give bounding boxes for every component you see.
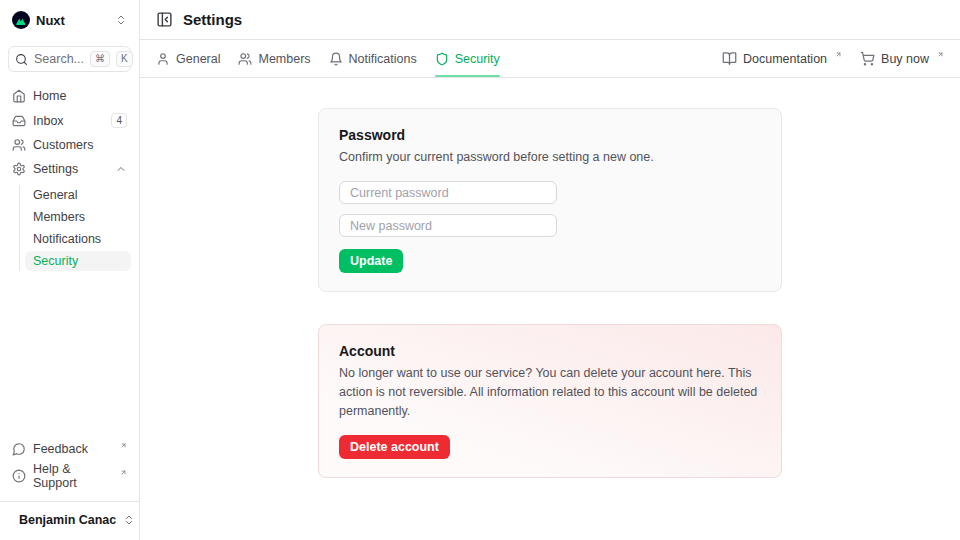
sidebar-item-security[interactable]: Security bbox=[25, 251, 131, 271]
kbd-key: K bbox=[116, 51, 133, 67]
tab-label: Security bbox=[455, 52, 500, 66]
inbox-icon bbox=[12, 114, 26, 128]
delete-account-button[interactable]: Delete account bbox=[339, 435, 450, 459]
main-panel: Settings General Members Notifications bbox=[140, 0, 960, 540]
help-support-link[interactable]: Help & Support bbox=[8, 459, 131, 493]
sidebar-item-general[interactable]: General bbox=[25, 185, 131, 205]
sidebar-spacer bbox=[8, 271, 131, 439]
message-circle-icon bbox=[12, 442, 26, 456]
tab-bar: General Members Notifications Security bbox=[140, 40, 960, 78]
update-password-button[interactable]: Update bbox=[339, 249, 403, 273]
current-password-input[interactable] bbox=[339, 181, 557, 204]
user-name: Benjamin Canac bbox=[19, 513, 116, 527]
chevrons-up-down-icon bbox=[115, 14, 127, 26]
sidebar-item-members[interactable]: Members bbox=[25, 207, 131, 227]
bell-icon bbox=[329, 52, 343, 66]
settings-security-content: Password Confirm your current password b… bbox=[140, 78, 960, 540]
tab-label: Members bbox=[258, 52, 310, 66]
sidebar-item-label: Inbox bbox=[33, 114, 104, 128]
sidebar: Nuxt Search... ⌘ K Home Inbox 4 bbox=[0, 0, 140, 540]
new-password-input[interactable] bbox=[339, 214, 557, 237]
info-circle-icon bbox=[12, 469, 26, 483]
tab-label: Notifications bbox=[349, 52, 417, 66]
home-icon bbox=[12, 89, 26, 103]
page-title: Settings bbox=[183, 11, 242, 28]
sidebar-nav: Home Inbox 4 Customers Settings Genera bbox=[8, 86, 131, 271]
sidebar-item-home[interactable]: Home bbox=[8, 86, 131, 106]
search-button[interactable]: Search... ⌘ K bbox=[8, 46, 131, 72]
password-card-description: Confirm your current password before set… bbox=[339, 148, 761, 167]
account-card-title: Account bbox=[339, 343, 761, 359]
documentation-link[interactable]: Documentation bbox=[722, 51, 842, 66]
password-card-title: Password bbox=[339, 127, 761, 143]
sidebar-item-notifications[interactable]: Notifications bbox=[25, 229, 131, 249]
gear-icon bbox=[12, 162, 26, 176]
chevrons-up-down-icon bbox=[123, 514, 135, 526]
help-support-label: Help & Support bbox=[33, 462, 111, 490]
sidebar-item-label: Settings bbox=[33, 162, 108, 176]
shield-icon bbox=[435, 52, 449, 66]
feedback-link[interactable]: Feedback bbox=[8, 439, 131, 459]
settings-subnav: General Members Notifications Security bbox=[19, 185, 131, 271]
team-name: Nuxt bbox=[36, 13, 109, 28]
user-icon bbox=[156, 52, 170, 66]
tab-security[interactable]: Security bbox=[435, 40, 500, 77]
inbox-count-badge: 4 bbox=[111, 113, 127, 128]
sidebar-item-inbox[interactable]: Inbox 4 bbox=[8, 110, 131, 131]
user-menu[interactable]: Benjamin Canac bbox=[8, 502, 131, 532]
feedback-label: Feedback bbox=[33, 442, 111, 456]
shopping-cart-icon bbox=[860, 51, 875, 66]
kbd-meta: ⌘ bbox=[90, 51, 110, 67]
users-icon bbox=[12, 138, 26, 152]
buy-now-label: Buy now bbox=[881, 52, 929, 66]
search-icon bbox=[15, 53, 28, 66]
external-link-icon bbox=[937, 51, 944, 58]
nuxt-logo-icon bbox=[12, 11, 30, 29]
password-card: Password Confirm your current password b… bbox=[318, 108, 782, 292]
collapse-sidebar-icon[interactable] bbox=[156, 11, 173, 28]
search-placeholder: Search... bbox=[34, 52, 84, 66]
external-link-icon bbox=[835, 51, 842, 58]
sidebar-item-label: Customers bbox=[33, 138, 127, 152]
tab-members[interactable]: Members bbox=[238, 40, 310, 77]
tab-general[interactable]: General bbox=[156, 40, 220, 77]
toolbar-actions: Documentation Buy now bbox=[722, 51, 944, 66]
sidebar-item-customers[interactable]: Customers bbox=[8, 135, 131, 155]
tab-label: General bbox=[176, 52, 220, 66]
sidebar-item-label: Home bbox=[33, 89, 127, 103]
account-card: Account No longer want to use our servic… bbox=[318, 324, 782, 478]
book-open-icon bbox=[722, 51, 737, 66]
documentation-label: Documentation bbox=[743, 52, 827, 66]
external-link-icon bbox=[120, 442, 127, 449]
team-switcher[interactable]: Nuxt bbox=[8, 8, 131, 32]
sidebar-item-settings[interactable]: Settings bbox=[8, 159, 131, 179]
tabs: General Members Notifications Security bbox=[156, 40, 500, 77]
external-link-icon bbox=[120, 469, 127, 476]
tab-notifications[interactable]: Notifications bbox=[329, 40, 417, 77]
chevron-up-icon bbox=[115, 163, 127, 175]
page-header: Settings bbox=[140, 0, 960, 40]
buy-now-link[interactable]: Buy now bbox=[860, 51, 944, 66]
users-icon bbox=[238, 52, 252, 66]
account-card-description: No longer want to use our service? You c… bbox=[339, 364, 761, 421]
